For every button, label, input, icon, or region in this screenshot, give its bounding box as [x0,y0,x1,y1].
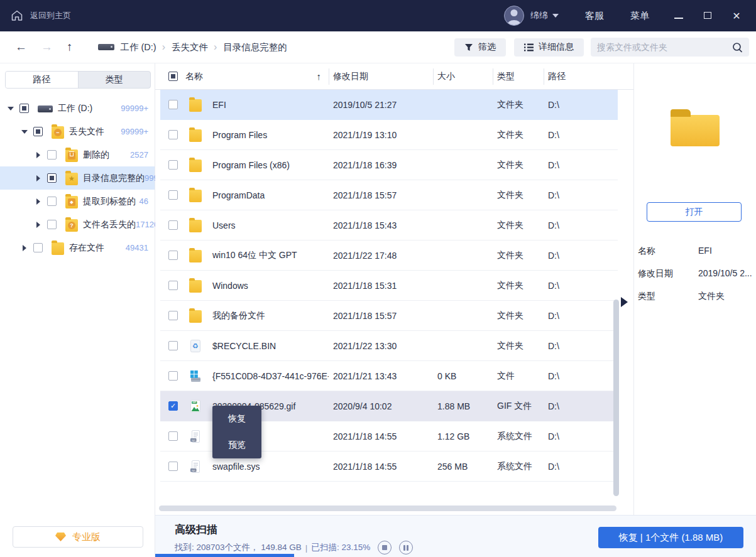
row-checkbox[interactable]: ✓ [168,401,178,411]
sidebar-item-work-d[interactable]: 工作 (D:)99999+ [0,97,155,120]
sidebar-item-existing-files[interactable]: 存在文件49431 [0,236,155,259]
folder-icon [189,160,202,172]
table-row[interactable]: Users2021/1/18 15:43文件夹D:\ [160,210,618,241]
pro-version-button[interactable]: 专业版 [13,526,143,548]
support-button[interactable]: 客服 [585,10,604,22]
file-name[interactable]: swapfile.sys [212,462,260,472]
context-menu-item-preview[interactable]: 预览 [212,432,261,458]
tab-path[interactable]: 路径 [6,72,79,88]
tree-item-checkbox[interactable] [47,197,57,206]
forward-arrow-icon[interactable]: → [41,40,53,54]
header-path[interactable]: 路径 [544,63,633,89]
windows-file-icon [189,370,202,382]
file-name[interactable]: win10 64位 中文 GPT [212,250,297,261]
back-to-home-button[interactable]: 返回到主页 [10,9,71,23]
sidebar-item-filename-lost[interactable]: ?文件名丢失的17120 [0,213,155,236]
table-row[interactable]: 我的备份文件2021/1/18 15:57文件夹D:\ [160,301,618,331]
header-date[interactable]: 修改日期 [329,63,433,89]
tree-item-checkbox[interactable] [33,127,43,136]
expand-arrow-icon[interactable] [35,175,41,181]
recover-button[interactable]: 恢复 | 1个文件 (1.88 MB) [598,527,743,548]
header-type[interactable]: 类型 [493,63,544,89]
row-checkbox[interactable] [168,251,178,260]
table-row[interactable]: ♻$RECYCLE.BIN2021/1/22 13:30文件夹D:\ [160,331,618,361]
sidebar-item-tag-extracted[interactable]: ◆提取到标签的46 [0,190,155,213]
search-input[interactable] [597,42,732,52]
tab-type[interactable]: 类型 [79,72,151,88]
stop-scan-button[interactable] [378,541,392,554]
row-checkbox[interactable] [168,160,178,170]
maximize-icon [704,12,711,19]
row-checkbox[interactable] [168,341,178,350]
back-arrow-icon[interactable]: ← [15,40,27,54]
table-row[interactable]: EFI2019/10/5 21:27文件夹D:\ [160,90,618,120]
menu-button[interactable]: 菜单 [630,10,649,22]
open-button[interactable]: 打开 [647,202,742,222]
row-checkbox[interactable] [168,462,178,471]
up-arrow-icon[interactable]: ↑ [67,40,73,54]
expand-arrow-icon[interactable] [35,222,41,228]
table-row[interactable]: Program Files (x86)2021/1/18 16:39文件夹D:\ [160,150,618,180]
file-name[interactable]: Program Files [212,130,267,140]
row-checkbox[interactable] [168,100,178,109]
search-icon[interactable] [732,42,743,53]
sidebar-item-lost-files[interactable]: −丢失文件99999+ [0,120,155,143]
sidebar-item-deleted[interactable]: 删除的2527 [0,143,155,166]
vertical-scrollbar[interactable] [613,300,619,496]
file-name[interactable]: $RECYCLE.BIN [212,341,276,351]
sidebar-item-count: 99999+ [121,104,148,113]
header-name[interactable]: 名称 ↑ [160,63,329,89]
row-checkbox[interactable] [168,220,178,230]
tree-item-checkbox[interactable] [33,243,43,252]
cell-date: 2021/1/18 15:57 [329,190,433,200]
row-checkbox[interactable] [168,130,178,139]
select-all-checkbox[interactable] [168,72,178,81]
file-name[interactable]: EFI [212,100,226,110]
tree-item-checkbox[interactable] [47,150,57,160]
table-row[interactable]: ProgramData2021/1/18 15:57文件夹D:\ [160,180,618,210]
expand-arrow-icon[interactable] [21,245,28,251]
file-name[interactable]: Users [212,220,236,230]
filter-button[interactable]: 筛选 [454,38,506,57]
close-button[interactable]: ✕ [722,10,751,22]
maximize-button[interactable] [693,10,722,21]
table-row[interactable]: {F551C0D8-4D37-441c-976E-...2021/1/21 13… [160,361,618,391]
search-box[interactable] [591,38,749,57]
avatar[interactable] [504,6,524,26]
header-size[interactable]: 大小 [433,63,493,89]
context-menu-item-recover[interactable]: 恢复 [212,406,261,432]
table-row[interactable]: Windows2021/1/18 15:31文件夹D:\ [160,271,618,301]
username[interactable]: 绵绵 [530,10,548,21]
collapse-arrow-icon[interactable] [8,105,14,112]
file-name[interactable]: 我的备份文件 [212,310,265,322]
file-name[interactable]: ProgramData [212,190,265,200]
file-name[interactable]: {F551C0D8-4D37-441c-976E-... [212,371,329,381]
horizontal-scrollbar[interactable] [159,506,616,511]
table-row[interactable]: Program Files2021/1/19 13:10文件夹D:\ [160,120,618,150]
row-checkbox[interactable] [168,371,178,381]
tree-item-checkbox[interactable] [47,173,57,183]
details-button[interactable]: 详细信息 [514,38,584,57]
sort-ascending-icon[interactable]: ↑ [317,71,322,82]
row-checkbox[interactable] [168,431,178,441]
chevron-down-icon[interactable] [552,14,559,18]
sidebar-item-dir-info-complete[interactable]: ★目录信息完整的99999+ [0,166,155,190]
row-checkbox[interactable] [168,190,178,200]
file-name[interactable]: Windows [212,281,248,291]
expand-arrow-icon[interactable] [35,152,41,158]
breadcrumb-item-current[interactable]: 目录信息完整的 [223,41,287,53]
minimize-button[interactable] [664,10,693,21]
breadcrumb-item-drive[interactable]: 工作 (D:) [121,41,156,53]
cell-date: 2021/1/21 13:43 [329,371,433,381]
pause-scan-button[interactable] [399,541,413,554]
tree-item-checkbox[interactable] [47,220,57,229]
collapse-arrow-icon[interactable] [21,129,28,135]
breadcrumb-item-lost-files[interactable]: 丢失文件 [172,41,208,53]
tree-item-checkbox[interactable] [19,104,29,113]
file-name[interactable]: Program Files (x86) [212,160,290,170]
row-checkbox[interactable] [168,281,178,290]
row-checkbox[interactable] [168,311,178,320]
expand-arrow-icon[interactable] [35,198,41,205]
table-row[interactable]: win10 64位 中文 GPT2021/1/22 17:48文件夹D:\ [160,241,618,271]
panel-collapse-arrow-icon[interactable] [621,297,628,307]
